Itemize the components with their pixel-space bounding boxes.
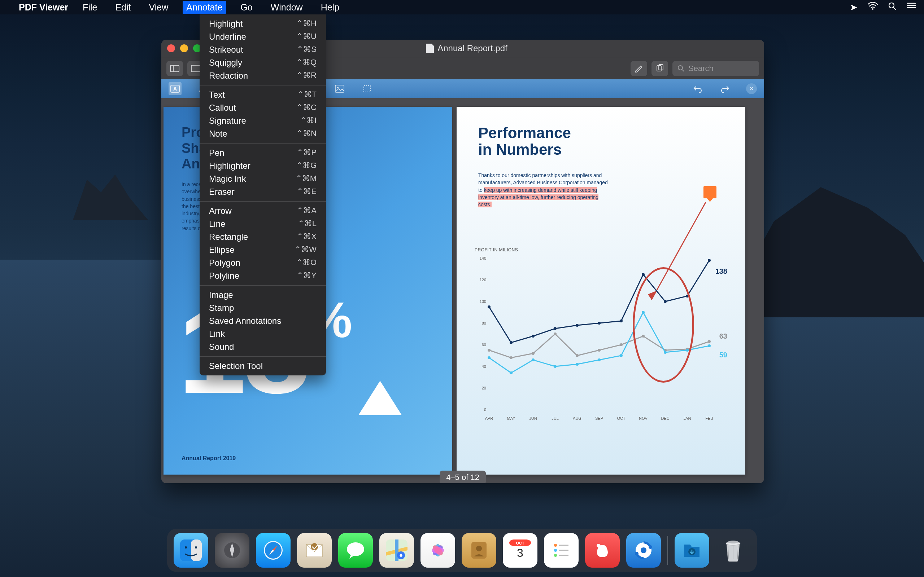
dock-app-calendar[interactable]: OCT3: [503, 533, 538, 567]
menu-item-strikeout[interactable]: Strikeout⌃⌘S: [200, 43, 326, 56]
svg-rect-22: [364, 85, 370, 92]
ellipse-annotation[interactable]: [633, 267, 694, 383]
menu-item-help[interactable]: Help: [317, 1, 343, 14]
menu-item-ellipse[interactable]: Ellipse⌃⌘W: [200, 243, 326, 256]
dock-app-reminders[interactable]: [544, 533, 578, 567]
menu-item-annotate[interactable]: Annotate: [183, 1, 226, 14]
menu-item-shortcut: ⌃⌘R: [296, 71, 317, 81]
menu-item-saved-annotations[interactable]: Saved Annotations: [200, 314, 326, 327]
menu-item-window[interactable]: Window: [267, 1, 307, 14]
svg-point-57: [531, 352, 535, 355]
dock-app-maps[interactable]: [380, 533, 414, 567]
menu-item-label: Line: [209, 219, 225, 229]
dock-app-bear[interactable]: [585, 533, 620, 567]
menu-item-arrow[interactable]: Arrow⌃⌘A: [200, 205, 326, 218]
menu-item-highlight[interactable]: Highlight⌃⌘H: [200, 17, 326, 30]
dock-downloads-folder[interactable]: [675, 533, 709, 567]
dock-app-mail[interactable]: [297, 533, 332, 567]
menu-item-polyline[interactable]: Polyline⌃⌘Y: [200, 269, 326, 282]
selection-tool-button[interactable]: [360, 82, 373, 95]
dock-app-photos[interactable]: [420, 533, 455, 567]
menu-item-underline[interactable]: Underline⌃⌘U: [200, 30, 326, 43]
menu-item-polygon[interactable]: Polygon⌃⌘O: [200, 256, 326, 269]
svg-point-70: [576, 363, 578, 366]
spotlight-icon[interactable]: [888, 2, 897, 13]
dock-app-messages[interactable]: [338, 533, 373, 567]
page4-footer: Annual Report 2019: [181, 455, 236, 462]
svg-point-45: [510, 341, 512, 344]
page5-para-highlighted[interactable]: keep up with increasing demand while sti…: [478, 187, 598, 208]
menu-item-redaction[interactable]: Redaction⌃⌘R: [200, 69, 326, 82]
menu-item-sound[interactable]: Sound: [200, 340, 326, 353]
menu-item-link[interactable]: Link: [200, 327, 326, 340]
location-icon[interactable]: ➤: [850, 2, 858, 13]
menu-item-label: Text: [209, 90, 225, 100]
menu-item-shortcut: ⌃⌘M: [296, 174, 317, 184]
menu-item-edit[interactable]: Edit: [111, 1, 134, 14]
dock-trash[interactable]: [716, 533, 750, 567]
dock-app-finder[interactable]: [174, 533, 208, 567]
menu-item-shortcut: ⌃⌘E: [297, 187, 317, 197]
menu-item-callout[interactable]: Callout⌃⌘C: [200, 102, 326, 114]
page5-heading-line1: Performance: [478, 125, 571, 141]
dock-app-safari[interactable]: [256, 533, 291, 567]
menu-item-note[interactable]: Note⌃⌘N: [200, 127, 326, 140]
window-close-button[interactable]: [167, 44, 175, 52]
image-tool-button[interactable]: [333, 82, 346, 95]
menu-item-go[interactable]: Go: [237, 1, 256, 14]
menu-item-signature[interactable]: Signature⌃⌘I: [200, 114, 326, 127]
menu-item-eraser[interactable]: Eraser⌃⌘E: [200, 185, 326, 198]
svg-point-13: [678, 66, 683, 70]
dock-app-pdfviewer[interactable]: [626, 533, 661, 567]
svg-point-118: [728, 541, 738, 543]
menu-item-view[interactable]: View: [145, 1, 172, 14]
wifi-icon[interactable]: [868, 2, 878, 13]
menu-item-shortcut: ⌃⌘I: [300, 116, 317, 126]
menu-item-text[interactable]: Text⌃⌘T: [200, 89, 326, 102]
edit-copy-button[interactable]: [651, 61, 668, 76]
menu-item-image[interactable]: Image: [200, 288, 326, 301]
undo-button[interactable]: [691, 82, 704, 95]
menu-item-shortcut: ⌃⌘G: [296, 161, 317, 171]
page5-paragraph: Thanks to our domestic partnerships with…: [478, 172, 612, 208]
svg-text:DEC: DEC: [661, 416, 669, 421]
menu-item-shortcut: ⌃⌘W: [294, 245, 317, 255]
annotate-button[interactable]: [630, 61, 647, 76]
dock-app-contacts[interactable]: [462, 533, 496, 567]
menu-item-selection-tool[interactable]: Selection Tool: [200, 359, 326, 372]
menu-item-line[interactable]: Line⌃⌘L: [200, 218, 326, 230]
menu-item-shortcut: ⌃⌘T: [297, 90, 317, 100]
redo-button[interactable]: [719, 82, 732, 95]
textbox-tool-button[interactable]: A: [168, 82, 181, 95]
svg-point-113: [641, 548, 646, 553]
menu-item-rectangle[interactable]: Rectangle⌃⌘X: [200, 230, 326, 243]
menu-item-label: Rectangle: [209, 232, 248, 242]
app-name[interactable]: PDF Viewer: [19, 2, 68, 13]
menu-item-label: Sound: [209, 342, 234, 352]
menu-item-shortcut: ⌃⌘A: [297, 206, 317, 216]
menu-item-label: Selection Tool: [209, 361, 263, 371]
menu-item-stamp[interactable]: Stamp: [200, 301, 326, 314]
menu-item-file[interactable]: File: [79, 1, 101, 14]
close-annotation-toolbar-button[interactable]: ✕: [746, 83, 757, 94]
svg-point-58: [554, 332, 557, 335]
menu-item-label: Highlighter: [209, 161, 250, 171]
dock-app-launchpad[interactable]: [215, 533, 249, 567]
window-minimize-button[interactable]: [180, 44, 188, 52]
sidebar-toggle-button[interactable]: [166, 61, 183, 76]
control-center-icon[interactable]: [907, 2, 916, 13]
search-field[interactable]: Search: [672, 61, 759, 76]
menu-item-label: Arrow: [209, 206, 232, 216]
menu-item-pen[interactable]: Pen⌃⌘P: [200, 147, 326, 160]
menu-item-shortcut: ⌃⌘S: [297, 45, 317, 55]
note-annotation-icon[interactable]: [703, 186, 716, 198]
svg-text:3: 3: [517, 546, 523, 559]
menu-item-shortcut: ⌃⌘X: [297, 232, 317, 242]
svg-point-55: [488, 349, 491, 351]
page-5[interactable]: Performance in Numbers Thanks to our dom…: [457, 107, 745, 475]
menu-item-magic-ink[interactable]: Magic Ink⌃⌘M: [200, 172, 326, 185]
menu-item-highlighter[interactable]: Highlighter⌃⌘G: [200, 160, 326, 172]
svg-text:100: 100: [480, 299, 486, 304]
menu-item-squiggly[interactable]: Squiggly⌃⌘Q: [200, 56, 326, 69]
menu-item-label: Ellipse: [209, 245, 234, 255]
